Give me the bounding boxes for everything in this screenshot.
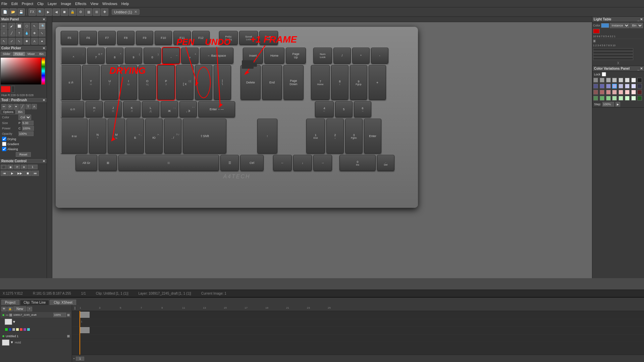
lt-close[interactable]: ✕ xyxy=(640,17,643,21)
key-home[interactable]: Home xyxy=(264,48,284,64)
opt-tab-options[interactable]: Options xyxy=(1,110,16,114)
cv-sw-r1[interactable] xyxy=(593,90,598,95)
tool-g5[interactable]: A xyxy=(31,38,38,45)
power-input[interactable] xyxy=(22,126,34,131)
tl-tab-project[interactable]: Project xyxy=(1,300,19,305)
toolbar-new[interactable]: 📄 xyxy=(1,8,9,16)
key-f8[interactable]: F8 xyxy=(117,31,135,45)
track2-cell1[interactable] xyxy=(79,327,90,333)
cv-sw-b1[interactable] xyxy=(593,84,598,88)
color-select[interactable]: Color xyxy=(18,115,31,120)
key-j[interactable]: JО xyxy=(104,101,122,117)
tool-shape[interactable]: ○ xyxy=(1,30,7,37)
key-n[interactable]: NТ xyxy=(89,119,106,154)
menu-file[interactable]: File xyxy=(1,2,7,6)
cv-sw-7[interactable] xyxy=(631,78,636,82)
key-end[interactable]: End xyxy=(262,65,282,100)
key-num-enter[interactable]: Enter xyxy=(364,119,381,154)
tl-frame-input[interactable] xyxy=(76,357,84,361)
cv-sw-2[interactable] xyxy=(600,78,604,82)
key-arrow-left[interactable]: ← xyxy=(273,155,292,171)
remote-frame-input[interactable] xyxy=(28,165,38,169)
key-f10[interactable]: F10 xyxy=(155,31,172,45)
menu-edit[interactable]: Edit xyxy=(11,2,18,6)
key-comma[interactable]: < ,Б xyxy=(126,119,144,154)
key-rshift[interactable]: ⇧Shift xyxy=(183,119,226,154)
color-gradient[interactable] xyxy=(1,58,41,84)
tab-close[interactable]: ✕ xyxy=(134,10,137,14)
color-picker-close[interactable]: ✕ xyxy=(43,47,45,50)
tool-icon2[interactable]: ⟳ xyxy=(7,104,13,109)
key-f11[interactable]: F11 xyxy=(173,31,191,45)
cv-sw-4[interactable] xyxy=(612,78,617,82)
tab-bin[interactable]: Bin xyxy=(37,52,46,56)
key-u[interactable]: UГ xyxy=(101,65,118,100)
cv-sw-g2[interactable] xyxy=(600,96,604,101)
size-input[interactable] xyxy=(22,121,34,125)
key-l[interactable]: LД xyxy=(142,101,159,117)
key-h[interactable]: HР xyxy=(86,101,103,117)
key-pgup[interactable]: PageUp xyxy=(286,48,306,64)
lt-instance-select[interactable]: Instance xyxy=(610,23,630,28)
color-hue[interactable] xyxy=(42,58,45,84)
key-backspace[interactable]: ← Backspace xyxy=(200,48,233,64)
menu-view[interactable]: View xyxy=(90,2,98,6)
layer-vis1[interactable] xyxy=(2,314,5,316)
cv-sw-r6[interactable] xyxy=(625,90,630,95)
tl-add-col[interactable]: + xyxy=(27,307,32,311)
key-period[interactable]: > .Ю xyxy=(145,119,163,154)
key-arrow-right[interactable]: → xyxy=(313,155,332,171)
layer-lock1[interactable] xyxy=(9,314,12,316)
tl-color1[interactable] xyxy=(5,328,8,331)
tool-transform[interactable]: ⤡ xyxy=(39,30,45,37)
cv-sw-b2[interactable] xyxy=(600,84,604,88)
toolbar-btn6[interactable]: 🔒 xyxy=(69,8,76,16)
tool-text[interactable]: T xyxy=(16,30,22,37)
key-k[interactable]: KЛ xyxy=(123,101,141,117)
layer2-indicator[interactable] xyxy=(67,335,70,338)
color-swatch[interactable] xyxy=(1,86,11,93)
cv-sw-r8[interactable] xyxy=(637,90,642,95)
tool-move[interactable]: ✥ xyxy=(31,30,38,37)
toolbar-btn7[interactable]: ⚙ xyxy=(77,8,84,16)
key-num0[interactable]: 0Ins xyxy=(339,155,376,171)
tl-color7[interactable] xyxy=(27,328,30,331)
tl-tracks[interactable]: 1 xyxy=(72,311,644,355)
toolbar-btn3[interactable]: ▶ xyxy=(45,8,52,16)
tool-pen[interactable]: ✏ xyxy=(1,23,7,29)
tool-g4[interactable]: ✱ xyxy=(23,38,30,45)
remote-btn2[interactable]: ◉ xyxy=(7,165,13,169)
tool-brush[interactable]: 🖌 xyxy=(8,23,15,29)
cvp-close[interactable]: ✕ xyxy=(640,67,643,70)
tl-expand2[interactable]: ▼ xyxy=(10,340,13,345)
toolbar-btn5[interactable]: ⏹ xyxy=(61,8,68,16)
lt-bin-select[interactable]: Bin xyxy=(630,23,643,28)
tab-mixer[interactable]: Mixer xyxy=(25,52,37,56)
tool-g6[interactable]: ● xyxy=(39,38,45,45)
key-y[interactable]: YН xyxy=(82,65,100,100)
key-menu[interactable]: ☰ xyxy=(220,155,239,171)
key-f5[interactable]: F5 xyxy=(61,31,78,45)
step-btn[interactable]: ▶ xyxy=(615,102,620,107)
transport-rewind[interactable]: ⏮ xyxy=(1,171,8,176)
cv-sw-g1[interactable] xyxy=(593,96,598,101)
key-plus[interactable]: + = xyxy=(181,48,199,64)
transport-fwd[interactable]: ⏭ xyxy=(32,171,39,176)
cv-sw-b5[interactable] xyxy=(619,84,623,88)
cv-sw-g4[interactable] xyxy=(612,96,617,101)
key-num8[interactable]: 8↑ xyxy=(331,65,348,100)
key-lshift[interactable]: В Ш xyxy=(61,119,88,154)
transport-stop[interactable]: ⏹ xyxy=(24,171,31,176)
key-pause[interactable]: PauseBreak xyxy=(259,31,278,45)
toolbar-btn10[interactable]: ✚ xyxy=(101,8,108,16)
tool-icon6[interactable]: A xyxy=(32,104,37,109)
tl-color4[interactable] xyxy=(16,328,19,331)
key-0[interactable]: ) 0 xyxy=(144,48,161,64)
layer-vis2[interactable] xyxy=(2,335,5,338)
cv-sw-g6[interactable] xyxy=(625,96,630,101)
transport-play2[interactable]: ▶▶ xyxy=(16,171,23,176)
toolbar-btn8[interactable]: ▦ xyxy=(85,8,92,16)
key-ctrl-r[interactable]: Ctrl xyxy=(240,155,264,171)
tab-slider[interactable]: Slider xyxy=(1,52,12,56)
tool-icon1[interactable]: ✏ xyxy=(1,104,7,109)
